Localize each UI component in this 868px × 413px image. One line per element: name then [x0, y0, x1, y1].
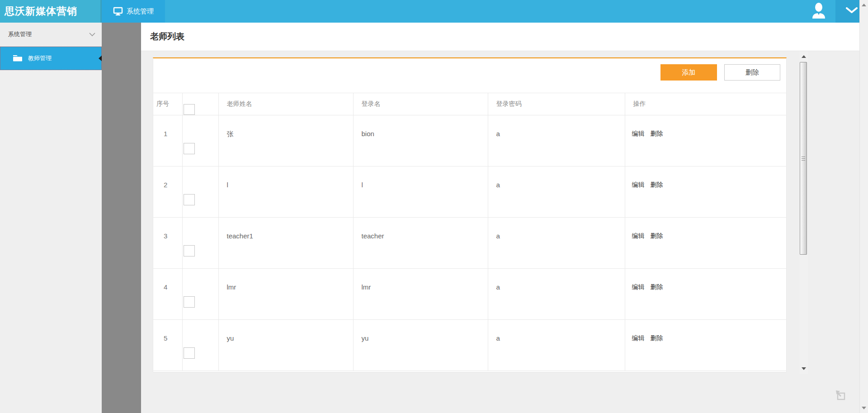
row-actions-cell: 编辑 删除 — [625, 218, 786, 269]
card-toolbar: 添加 删除 — [153, 58, 786, 93]
resize-icon — [835, 389, 847, 401]
edit-link[interactable]: 编辑 — [632, 181, 645, 188]
row-checkbox[interactable] — [184, 245, 195, 256]
delete-button[interactable]: 删除 — [724, 64, 780, 81]
column-header-checkbox — [182, 93, 218, 115]
edit-link[interactable]: 编辑 — [632, 283, 645, 290]
teacher-name-cell: 张 — [218, 115, 353, 166]
triangle-up-icon — [802, 55, 806, 58]
row-actions-cell: 编辑 删除 — [625, 115, 786, 166]
row-checkbox[interactable] — [184, 194, 195, 205]
sidebar-item-teacher-management[interactable]: 教师管理 — [0, 47, 102, 70]
page-title-bar: 老师列表 — [141, 23, 859, 51]
sidebar-gutter — [102, 23, 141, 413]
table-row: 3 teacher1 teacher a 编辑 删除 — [153, 218, 786, 269]
login-name-cell: teacher — [353, 218, 488, 269]
row-checkbox-cell — [182, 269, 218, 320]
edit-link[interactable]: 编辑 — [632, 130, 645, 137]
column-header-index: 序号 — [153, 93, 182, 115]
login-password-cell: a — [488, 269, 625, 320]
triangle-down-icon — [802, 367, 806, 370]
row-actions-cell: 编辑 删除 — [625, 320, 786, 371]
page-scroll-up-button[interactable] — [860, 1, 868, 9]
edit-link[interactable]: 编辑 — [632, 334, 645, 342]
triangle-down-icon — [862, 407, 866, 409]
row-checkbox[interactable] — [184, 143, 195, 154]
teacher-name-cell: lmr — [218, 269, 353, 320]
delete-link[interactable]: 删除 — [650, 334, 663, 342]
user-avatar[interactable] — [802, 0, 835, 23]
login-name-cell: lmr — [353, 269, 488, 320]
login-name-cell: l — [353, 166, 488, 218]
page-scroll-down-button[interactable] — [860, 404, 868, 412]
row-index: 5 — [153, 320, 182, 371]
page-scrollbar[interactable] — [859, 0, 868, 413]
app-window: 思沃新媒体营销 系统管理 — [0, 0, 868, 413]
teacher-list-card: 添加 删除 序号 老师姓名 登录名 登录密码 — [153, 57, 787, 372]
chevron-down-icon — [846, 7, 858, 15]
nav-tab-system-management[interactable]: 系统管理 — [102, 0, 165, 23]
row-index: 4 — [153, 269, 182, 320]
login-name-cell: yu — [353, 320, 488, 371]
row-index: 2 — [153, 166, 182, 218]
scrollbar-grip-icon — [802, 157, 805, 161]
add-button[interactable]: 添加 — [660, 64, 717, 81]
monitor-icon — [113, 7, 123, 16]
row-actions-cell: 编辑 删除 — [625, 166, 786, 218]
delete-link[interactable]: 删除 — [650, 232, 663, 239]
login-password-cell: a — [488, 218, 625, 269]
top-header-bar: 思沃新媒体营销 系统管理 — [0, 0, 868, 23]
login-password-cell: a — [488, 320, 625, 371]
row-checkbox-cell — [182, 218, 218, 269]
main-content: 老师列表 添加 删除 序号 老师姓名 — [141, 23, 859, 413]
delete-link[interactable]: 删除 — [650, 181, 663, 188]
login-password-cell: a — [488, 115, 625, 166]
column-header-name: 老师姓名 — [218, 93, 353, 115]
chevron-down-icon — [89, 31, 95, 38]
scrollbar-thumb[interactable] — [800, 62, 807, 255]
row-actions-cell: 编辑 删除 — [625, 269, 786, 320]
header-spacer — [165, 0, 802, 23]
table-row: 1 张 bion a 编辑 删除 — [153, 115, 786, 166]
teacher-table: 序号 老师姓名 登录名 登录密码 操作 1 张 bion a 编辑 — [153, 93, 786, 371]
row-index: 3 — [153, 218, 182, 269]
delete-link[interactable]: 删除 — [650, 130, 663, 137]
nav-tab-label: 系统管理 — [127, 7, 154, 16]
triangle-up-icon — [862, 4, 866, 6]
app-logo: 思沃新媒体营销 — [0, 0, 102, 23]
page-title: 老师列表 — [150, 31, 184, 43]
row-checkbox-cell — [182, 166, 218, 218]
teacher-name-cell: yu — [218, 320, 353, 371]
sidebar-section-label: 系统管理 — [8, 30, 89, 38]
scroll-down-button[interactable] — [799, 363, 808, 374]
teacher-name-cell: teacher1 — [218, 218, 353, 269]
delete-link[interactable]: 删除 — [650, 283, 663, 290]
row-index: 1 — [153, 115, 182, 166]
select-all-checkbox[interactable] — [184, 104, 195, 115]
teacher-name-cell: l — [218, 166, 353, 218]
content-scrollbar[interactable] — [799, 51, 808, 374]
sidebar: 系统管理 教师管理 — [0, 23, 102, 413]
table-header-row: 序号 老师姓名 登录名 登录密码 操作 — [153, 93, 786, 115]
sidebar-item-label: 教师管理 — [28, 54, 52, 62]
user-icon — [811, 2, 826, 20]
column-header-ops: 操作 — [625, 93, 786, 115]
scroll-up-button[interactable] — [799, 51, 808, 62]
column-header-login: 登录名 — [353, 93, 488, 115]
row-checkbox[interactable] — [184, 347, 195, 359]
sidebar-section-system[interactable]: 系统管理 — [0, 23, 102, 47]
table-row: 2 l l a 编辑 删除 — [153, 166, 786, 218]
column-header-password: 登录密码 — [488, 93, 625, 115]
table-body: 1 张 bion a 编辑 删除 2 l l a 编辑 删除 3 teacher… — [153, 115, 786, 371]
edit-link[interactable]: 编辑 — [632, 232, 645, 239]
login-name-cell: bion — [353, 115, 488, 166]
row-checkbox-cell — [182, 320, 218, 371]
login-password-cell: a — [488, 166, 625, 218]
table-row: 5 yu yu a 编辑 删除 — [153, 320, 786, 371]
row-checkbox[interactable] — [184, 296, 195, 308]
row-checkbox-cell — [182, 115, 218, 166]
table-row: 4 lmr lmr a 编辑 删除 — [153, 269, 786, 320]
folder-icon — [13, 54, 23, 63]
